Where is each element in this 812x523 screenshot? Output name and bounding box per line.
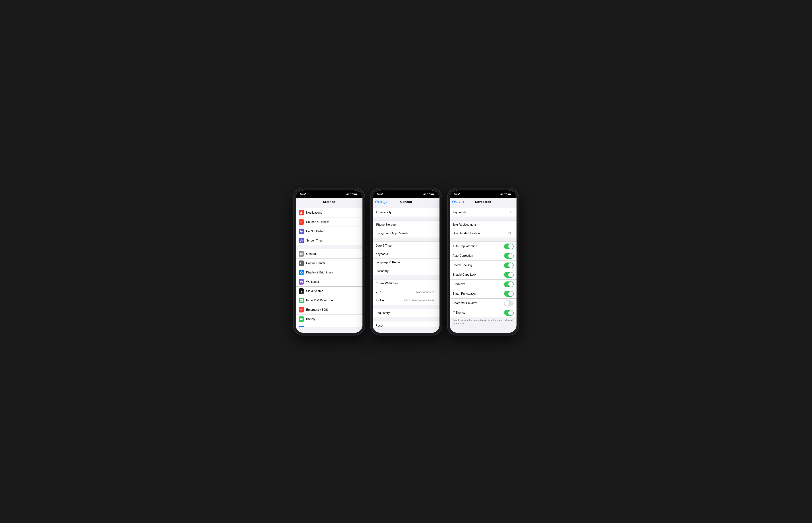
volume-down-button[interactable] (370, 229, 371, 240)
one-handed-value: Off (508, 232, 512, 235)
row-regulatory[interactable]: Regulatory › (373, 309, 440, 317)
power-button[interactable] (519, 215, 519, 231)
row-dnd[interactable]: Do Not Disturb › (296, 227, 363, 236)
nav-title: Keyboards (475, 200, 491, 204)
row-sos[interactable]: SOS Emergency SOS › (296, 305, 363, 314)
row-dictionary[interactable]: Dictionary › (373, 267, 440, 275)
row-date-time[interactable]: Date & Time › (373, 242, 440, 250)
chevron-icon: › (436, 282, 437, 285)
chevron-icon: › (436, 324, 437, 327)
row-privacy[interactable]: Privacy › (296, 324, 363, 327)
row-toggle-predictive: Predictive (450, 279, 516, 289)
section-2: iPhone Storage › Background App Refresh … (373, 220, 440, 237)
volume-up-button[interactable] (447, 215, 447, 226)
svg-rect-18 (431, 194, 434, 195)
svg-point-7 (301, 263, 302, 264)
row-faceid[interactable]: Face ID & Passcode › (296, 296, 363, 305)
back-button[interactable]: General (452, 200, 464, 203)
mute-button[interactable] (447, 206, 447, 212)
chevron-icon: › (436, 270, 437, 272)
sounds-label: Sounds & Haptics (306, 220, 359, 224)
mute-button[interactable] (293, 206, 294, 212)
svg-rect-13 (423, 195, 423, 195)
row-background-refresh[interactable]: Background App Refresh › (373, 229, 440, 237)
background-refresh-label: Background App Refresh (376, 232, 436, 235)
chevron-icon: › (436, 299, 437, 302)
row-wallpaper[interactable]: Wallpaper › (296, 277, 363, 287)
sos-icon: SOS (299, 307, 304, 312)
svg-rect-20 (500, 194, 501, 195)
toggle-switch[interactable] (504, 291, 514, 296)
row-general[interactable]: General › (296, 249, 363, 259)
row-sounds[interactable]: Sounds & Haptics › (296, 217, 363, 227)
row-vpn[interactable]: VPN Not Connected › (373, 288, 440, 296)
power-button[interactable] (442, 215, 442, 231)
chevron-icon: › (513, 223, 514, 226)
language-label: Language & Region (376, 261, 436, 264)
volume-down-button[interactable] (293, 229, 294, 240)
toggle-switch[interactable] (504, 263, 514, 268)
row-toggle-check-spelling: Check Spelling (450, 261, 516, 270)
row-siri[interactable]: Siri & Search › (296, 287, 363, 296)
row-keyboards[interactable]: Keyboards 2 › (450, 208, 516, 217)
toggle-switch[interactable] (504, 253, 514, 259)
row-battery[interactable]: Battery › (296, 314, 363, 324)
regulatory-label: Regulatory (376, 311, 436, 315)
text-replacement-label: Text Replacement (453, 223, 513, 227)
row-language[interactable]: Language & Region › (373, 258, 440, 267)
chevron-icon: › (359, 220, 359, 223)
settings-scroll[interactable]: Notifications › Sounds & Haptics › (296, 206, 363, 327)
row-accessibility[interactable]: Accessibility › (373, 208, 440, 217)
row-control[interactable]: Control Center › (296, 259, 363, 268)
shortcut-footer: Double tapping the space bar will insert… (450, 318, 516, 327)
toggle-switch[interactable] (504, 272, 514, 278)
row-profile[interactable]: Profile iOS 12 Beta Software Profile › (373, 296, 440, 305)
row-display[interactable]: Display & Brightness › (296, 268, 363, 277)
row-screentime[interactable]: Screen Time › (296, 236, 363, 245)
battery-row-icon (299, 316, 304, 322)
chevron-icon: › (359, 230, 359, 233)
chevron-icon: › (359, 327, 359, 327)
volume-up-button[interactable] (370, 215, 371, 226)
wallpaper-icon (299, 279, 304, 285)
row-toggle--shortcut: "" Shortcut (450, 308, 516, 318)
wifi-icon (504, 193, 507, 195)
row-itunes-wifi[interactable]: iTunes Wi-Fi Sync › (373, 279, 440, 288)
status-bar: 16:05 (373, 191, 440, 198)
general-label: General (306, 252, 359, 256)
signal-icon (346, 193, 349, 195)
display-label: Display & Brightness (306, 271, 359, 274)
vpn-value: Not Connected (416, 290, 435, 293)
keyboards-label: Keyboards (453, 211, 510, 214)
row-toggle-enable-caps-lock: Enable Caps Lock (450, 270, 516, 279)
row-reset[interactable]: Reset › (373, 321, 440, 327)
volume-up-button[interactable] (293, 215, 294, 226)
chevron-icon: › (359, 281, 359, 283)
row-notifications[interactable]: Notifications › (296, 208, 363, 217)
toggle-switch[interactable] (504, 282, 514, 287)
row-keyboard[interactable]: Keyboard › (373, 250, 440, 258)
toggle-switch[interactable] (504, 244, 514, 249)
volume-down-button[interactable] (447, 229, 447, 240)
chevron-icon: › (436, 244, 437, 247)
general-scroll[interactable]: Accessibility › iPhone Storage › Backgro… (373, 206, 440, 327)
faceid-label: Face ID & Passcode (306, 299, 359, 302)
toggle-label: Predictive (453, 283, 504, 286)
screentime-icon (299, 238, 304, 244)
row-iphone-storage[interactable]: iPhone Storage › (373, 221, 440, 229)
phone-keyboards: 16:06 (447, 188, 519, 335)
keyboards-scroll[interactable]: Keyboards 2 › Text Replacement › (450, 206, 516, 327)
toggle-switch[interactable] (504, 310, 514, 315)
back-button[interactable]: Settings (375, 200, 387, 203)
row-one-handed[interactable]: One Handed Keyboard Off › (450, 229, 516, 237)
power-button[interactable] (365, 215, 365, 231)
back-chevron-icon (375, 200, 377, 203)
svg-rect-3 (348, 193, 349, 195)
row-text-replacement[interactable]: Text Replacement › (450, 221, 516, 229)
one-handed-label: One Handed Keyboard (453, 232, 508, 235)
svg-rect-21 (501, 194, 502, 195)
toggle-switch[interactable] (504, 301, 514, 306)
notifications-label: Notifications (306, 211, 359, 214)
mute-button[interactable] (370, 206, 371, 212)
section-text: Text Replacement › One Handed Keyboard O… (450, 220, 516, 237)
